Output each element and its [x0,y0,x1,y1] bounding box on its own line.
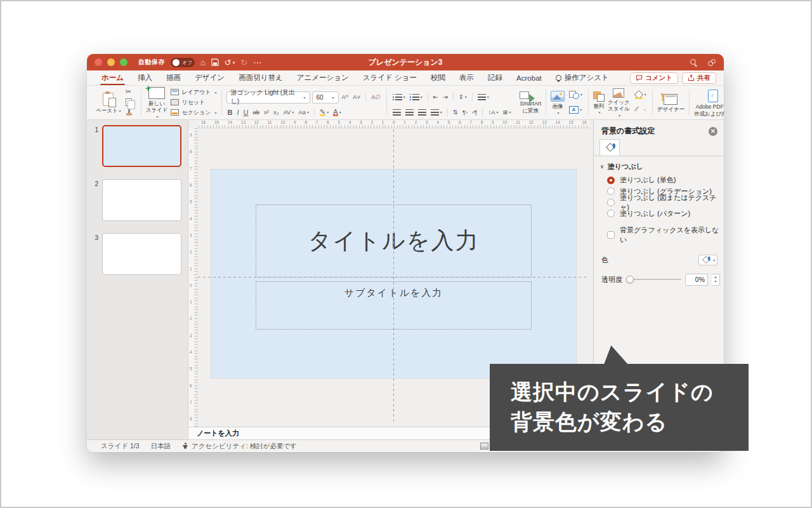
ribbon-tab[interactable]: 挿入 [131,70,159,85]
fill-option[interactable]: 塗りつぶし (単色) [607,176,724,184]
ribbon-tab[interactable]: 描画 [159,70,188,85]
slide-thumbnail[interactable]: 3 [87,231,188,277]
change-case-button[interactable]: Aa [297,109,310,116]
font-color-button[interactable]: A [332,109,342,116]
slide-thumbnail-preview[interactable] [102,233,181,275]
color-picker-button[interactable] [698,255,717,265]
radio-icon[interactable] [607,187,615,195]
fill-option[interactable]: 塗りつぶし (図またはテクスチャ) [607,198,724,206]
close-window-button[interactable] [95,58,102,66]
hide-background-graphics-option[interactable]: 背景グラフィックスを表示しない [594,218,724,244]
ribbon-tab[interactable]: デザイン [188,70,232,85]
italic-button[interactable]: I [235,109,240,116]
slide-thumbnail[interactable]: 2 [87,177,188,223]
home-icon[interactable]: ⌂ [200,58,206,67]
slider-knob[interactable] [626,276,634,283]
columns-button[interactable] [476,94,490,100]
ribbon-tab[interactable]: Acrobat [509,70,549,85]
adobe-pdf-button[interactable]: Adobe PDF の作成および共有 [694,88,724,117]
text-box-button[interactable]: A [568,106,584,114]
layout-button[interactable]: レイアウト [171,88,216,97]
clear-formatting-button[interactable]: A∅ [370,94,382,100]
shape-fill-button[interactable] [633,91,648,98]
share-button[interactable]: 共有 [682,72,716,84]
decrease-indent-button[interactable]: ⇤ [432,94,440,100]
comments-button[interactable]: コメント [630,72,678,84]
ribbon-tab[interactable]: 校閲 [424,70,452,85]
text-rotate-button[interactable]: ↕A [487,109,499,116]
paste-button[interactable]: ペースト [96,91,121,114]
save-icon[interactable] [211,58,219,66]
align-right-button[interactable] [417,109,428,116]
ribbon-tab[interactable]: スライド ショー [356,70,424,85]
bullets-button[interactable] [391,94,407,100]
format-painter-button[interactable] [124,109,136,116]
picture-button[interactable]: 画像 [551,89,565,115]
align-center-button[interactable] [404,109,415,116]
radio-icon[interactable] [607,199,615,206]
designer-button[interactable]: デザイナー [657,92,684,112]
section-button[interactable]: セクション [171,108,216,117]
slide-thumbnail-preview[interactable] [102,125,181,167]
shapes-button[interactable] [568,91,584,99]
ribbon-tab[interactable]: 画面切り替え [232,70,290,85]
underline-button[interactable]: U [242,109,250,116]
strikethrough-button[interactable]: ab [251,109,261,116]
fill-tab[interactable] [599,139,620,156]
redo-button[interactable]: ↻ [240,58,247,67]
horizontal-guide[interactable] [198,277,588,277]
copy-button[interactable] [124,98,136,106]
line-spacing-button[interactable]: ⇕ [457,94,468,100]
zoom-window-button[interactable] [120,58,128,66]
justify-button[interactable] [429,109,443,116]
language-status[interactable]: 日本語 [151,442,171,451]
close-pane-icon[interactable]: ✕ [709,127,717,136]
radio-icon[interactable] [607,210,615,217]
accessibility-status[interactable]: アクセシビリティ: 検討が必要です [192,442,297,451]
undo-button[interactable]: ↺▾ [225,58,235,67]
align-left-button[interactable] [391,109,402,116]
notes-toggle-icon[interactable] [480,443,488,450]
slide-thumbnail-preview[interactable] [102,179,181,221]
highlight-button[interactable]: ✎ [318,109,330,116]
ribbon-tab[interactable]: 記録 [481,70,509,85]
slide-thumbnail[interactable]: 1 [87,123,188,169]
transparency-slider[interactable] [626,276,681,283]
more-commands-button[interactable]: ⋯ [253,58,261,67]
text-direction-left-button[interactable]: ‹¶ [471,109,478,116]
ribbon-tab[interactable]: アニメーション [290,70,356,85]
minimize-window-button[interactable] [107,58,115,66]
arrange-button[interactable]: 整列 [593,90,605,115]
checkbox-icon[interactable] [607,231,615,239]
shrink-font-button[interactable]: A˅ [351,94,362,100]
convert-to-smartart-button[interactable]: SmartArtに変換 [520,91,541,114]
fill-option[interactable]: 塗りつぶし (パターン) [607,210,724,218]
fill-section-header[interactable]: ∨ 塗りつぶし [594,156,724,176]
subscript-button[interactable]: x₂ [272,109,280,116]
grow-font-button[interactable]: A^ [341,94,350,100]
autofit-button[interactable]: ⊞ [501,109,512,116]
presence-icon[interactable] [707,59,716,66]
cut-button[interactable]: ✂ [124,88,136,95]
increase-indent-button[interactable]: ⇥ [442,94,449,100]
character-spacing-button[interactable]: AV [282,109,295,116]
font-size-select[interactable]: 60 [312,91,339,104]
bold-button[interactable]: B [226,109,234,116]
ribbon-tab[interactable]: 表示 [452,70,481,85]
transparency-stepper[interactable]: ▲▼ [712,274,720,286]
vertical-align-button[interactable]: ⇅ [452,109,459,116]
ribbon-tab[interactable]: 操作アシスト [549,70,616,85]
new-slide-button[interactable]: 新しいスライド [146,86,168,119]
reset-button[interactable]: リセット [171,98,216,107]
autosave-toggle[interactable]: オフ [171,58,195,67]
search-icon[interactable] [690,59,697,66]
numbering-button[interactable] [409,94,424,100]
ribbon-tab[interactable]: ホーム [95,70,131,85]
font-name-select[interactable]: 游ゴシック Light (見出し) [226,91,310,104]
radio-icon[interactable] [607,177,615,184]
quick-styles-button[interactable]: クイックスタイル [608,86,630,118]
superscript-button[interactable]: x² [263,109,270,116]
shape-outline-button[interactable] [633,106,648,114]
transparency-value-input[interactable]: 0% [685,274,708,286]
text-direction-right-button[interactable]: ¶› [461,109,469,116]
